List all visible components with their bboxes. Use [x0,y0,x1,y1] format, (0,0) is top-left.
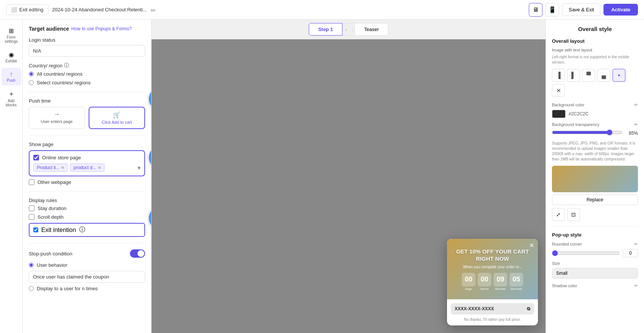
display-rules-label: Display rules [29,198,145,203]
display-n-times-label: Display to a user for n times [37,286,98,291]
layout-col-right[interactable]: ▌ [567,69,580,82]
teaser-button[interactable]: Teaser [355,23,388,36]
popup-style-title: Pop-up style [552,232,638,238]
select-countries-option[interactable]: Select countries/ regions [29,80,145,86]
show-page-box: Online store page Product li... ✕ produc… [29,150,145,176]
add-to-cart-label: Click Add to cart [93,120,141,124]
annotation-2: 2 [149,146,152,169]
canvas-area[interactable]: ✕ GET 10% OFF YOUR CART RIGHT NOW When y… [152,39,546,333]
other-webpage-option: Other webpage [29,179,145,185]
rounded-corner-edit-icon[interactable]: ✏ [634,241,638,247]
background-color-edit-icon[interactable]: ✏ [634,102,638,107]
scroll-depth-checkbox[interactable] [29,214,34,220]
display-n-times-option[interactable]: Display to a user for n times [29,286,145,291]
background-color-row: #2C2C2C [552,110,638,118]
how-to-use-link[interactable]: How to use Popups & Forms? [71,26,131,31]
desktop-icon: 🖥 [533,6,539,13]
countdown-minutes-num: 09 [494,273,507,286]
product-list-tag-remove[interactable]: ✕ [61,165,64,170]
transparency-edit-icon[interactable]: ✏ [634,122,638,127]
stay-duration-option[interactable]: Stay duration [29,205,145,211]
online-store-option[interactable]: Online store page [33,155,141,160]
countdown-minutes: 09 Minutes [494,273,507,291]
layout-none[interactable]: ✕ [552,84,565,97]
popup-decline-link[interactable]: No thanks, I'll rather pay full price. [451,317,534,322]
main-layout: ⊞ Form settings ◉ Exhibit ↑ Push ＋ Add b… [0,20,644,333]
crop-image-button[interactable]: ⊡ [567,208,580,221]
edit-title-icon[interactable]: ✏ [151,7,157,13]
coupon-code-row[interactable]: XXXX-XXXX-XXXX ⧉ [451,303,534,314]
user-behavior-radio[interactable] [29,263,34,268]
country-info-icon: ⓘ [64,62,69,69]
product-detail-tag-label: product d... [73,165,96,170]
country-region-label: Country/ region ⓘ [29,62,145,69]
product-detail-tag-remove[interactable]: ✕ [98,165,101,170]
scroll-depth-option[interactable]: Scroll depth [29,214,145,220]
exit-intention-label: Exit intention [41,227,76,233]
countdown-days-num: 00 [462,273,475,286]
activate-button[interactable]: Activate [603,4,638,16]
online-store-checkbox[interactable] [33,155,39,160]
background-color-swatch[interactable] [552,110,566,118]
exit-editing-button[interactable]: ⬜ Exit editing [6,4,48,15]
annotation-1: 1 [149,87,152,110]
exit-intention-info-icon: ⓘ [79,226,85,234]
click-add-to-cart-card[interactable]: 🛒 Click Add to cart [89,107,145,129]
sidebar-item-push[interactable]: ↑ Push [2,68,21,86]
layout-options: ▐ ▌ ▀ ▄ ▪ ✕ [552,69,638,97]
tag-dropdown-arrow[interactable]: ▾ [138,164,141,171]
stay-duration-checkbox[interactable] [29,205,34,211]
transparency-slider[interactable] [552,129,622,135]
overall-layout-title: Overall layout [552,38,638,44]
rounded-corner-row [552,249,638,257]
other-webpage-checkbox-item[interactable]: Other webpage [29,179,145,185]
select-countries-radio[interactable] [29,80,34,85]
all-countries-option[interactable]: All countries/ regions [29,71,145,77]
sidebar-item-add-blocks[interactable]: ＋ Add blocks [2,87,21,110]
user-enters-page-card[interactable]: → User enters page [29,107,85,129]
expand-image-button[interactable]: ⤢ [552,208,565,221]
replace-image-button[interactable]: Replace [552,195,638,205]
image-with-text-label: Image with text layout [552,48,638,52]
exit-intention-checkbox[interactable] [33,227,38,232]
section-divider-3 [29,191,145,191]
background-color-label: Background color [552,103,585,107]
layout-col-left[interactable]: ▐ [552,69,565,82]
popup-title: GET 10% OFF YOUR CART RIGHT NOW [453,248,532,263]
popup-close-button[interactable]: ✕ [529,242,534,249]
layout-row-top[interactable]: ▀ [582,69,595,82]
rounded-corner-value[interactable] [623,249,638,257]
all-countries-radio[interactable] [29,72,34,76]
rounded-corner-slider[interactable] [552,250,620,256]
image-action-row: ⤢ ⊡ [552,208,638,221]
other-webpage-checkbox[interactable] [29,179,34,185]
copy-coupon-icon[interactable]: ⧉ [527,306,530,311]
coupon-condition-select[interactable]: Once user has claimed the coupon [29,271,145,283]
transparency-slider-container [552,129,622,137]
stop-push-toggle[interactable] [130,249,145,258]
display-n-times-radio[interactable] [29,286,34,291]
image-thumbnail [552,166,638,192]
country-radio-group: All countries/ regions Select countries/… [29,71,145,86]
exhibit-icon: ◉ [9,51,14,58]
layout-row-bottom[interactable]: ▄ [597,69,610,82]
push-icon: ↑ [10,71,13,78]
right-panel: Overall style Overall layout Image with … [546,20,644,333]
countdown-seconds-label: Seconds [510,287,523,291]
sidebar-item-exhibit[interactable]: ◉ Exhibit [2,48,21,66]
other-webpage-label: Other webpage [38,179,71,185]
mobile-view-button[interactable]: 📱 [546,3,559,17]
user-enters-label: User enters page [33,119,81,124]
all-countries-label: All countries/ regions [37,71,83,77]
shadow-color-edit-icon[interactable]: ✏ [634,283,638,288]
user-behavior-option[interactable]: User behavior [29,262,145,268]
section-divider-1 [29,92,145,92]
popup-style-section: Pop-up style Rounded corner ✏ Size Small… [552,232,638,288]
layout-center[interactable]: ▪ [613,69,625,82]
desktop-view-button[interactable]: 🖥 [529,3,542,17]
login-status-select[interactable]: N/A [29,45,145,57]
sidebar-item-form-settings[interactable]: ⊞ Form settings [2,24,21,47]
save-exit-button[interactable]: Save & Exit [562,3,600,16]
step1-button[interactable]: Step 1 [309,23,342,36]
size-select[interactable]: Small [552,268,638,279]
